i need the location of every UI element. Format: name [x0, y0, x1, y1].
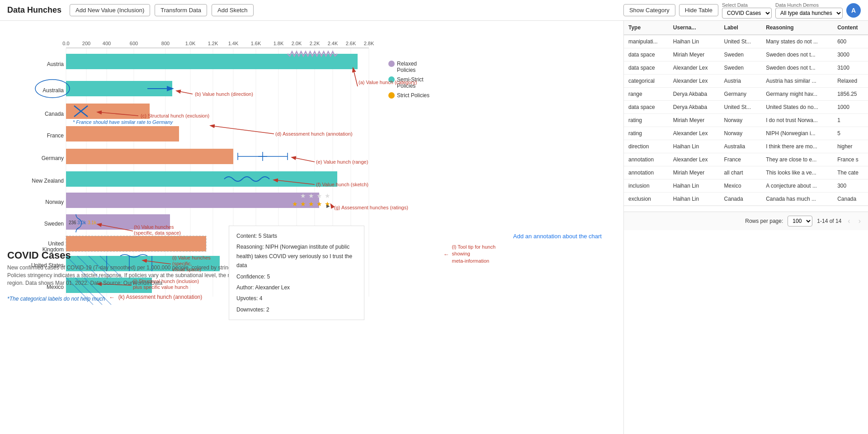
tooltip-content: Content: 5 Starts — [236, 231, 357, 241]
table-row[interactable]: exclusion Haihan Lin Canada Canada has m… — [624, 193, 868, 206]
cell-reasoning: Germany might hav... — [761, 88, 833, 101]
tooltip-upvotes: Upvotes: 4 — [236, 294, 357, 303]
table-area: Type Userna... Label Reasoning Content m… — [624, 21, 868, 434]
transform-button[interactable]: Transform Data — [155, 4, 207, 16]
svg-text:▶: ▶ — [326, 203, 330, 208]
cell-type: direction — [624, 140, 669, 153]
table-row[interactable]: annotation Alexander Lex France They are… — [624, 153, 868, 166]
prev-page-button[interactable]: ‹ — [846, 216, 852, 226]
svg-text:★: ★ — [316, 200, 322, 208]
svg-text:2.8K: 2.8K — [364, 41, 374, 46]
tooltip-box: Content: 5 Starts Reasoning: NIPH (Norwe… — [229, 226, 364, 320]
cell-username: Alexander Lex — [669, 75, 720, 88]
svg-text:2.2K: 2.2K — [310, 41, 320, 46]
col-username: Userna... — [669, 21, 720, 35]
svg-text:(d) Assessment hunch (annotati: (d) Assessment hunch (annotation) — [275, 131, 353, 137]
cell-content: 1000 — [833, 101, 868, 114]
cell-content: 3100 — [833, 61, 868, 75]
cell-label: Norway — [720, 127, 762, 140]
svg-text:(f) Value hunch (sketch): (f) Value hunch (sketch) — [316, 182, 368, 187]
svg-line-98 — [331, 204, 333, 208]
show-category-button[interactable]: Show Category — [623, 4, 675, 16]
cell-username: Haihan Lin — [669, 179, 720, 193]
table-row[interactable]: data space Alexander Lex Sweden Sweden d… — [624, 61, 868, 75]
svg-text:★: ★ — [292, 200, 298, 208]
table-row[interactable]: range Derya Akbaba Germany Germany might… — [624, 88, 868, 101]
svg-text:Norway: Norway — [45, 199, 64, 205]
svg-text:★: ★ — [308, 200, 314, 208]
pagination-info: 1-14 of 14 — [817, 218, 841, 224]
cell-username: Alexander Lex — [669, 153, 720, 166]
cell-content: higher — [833, 140, 868, 153]
tooltip-confidence: Confidence: 5 — [236, 272, 357, 281]
table-row[interactable]: manipulati... Haihan Lin United St... Ma… — [624, 35, 868, 48]
add-value-button[interactable]: Add New Value (Inclusion) — [70, 4, 150, 16]
svg-text:★: ★ — [300, 192, 306, 199]
svg-text:Strict Policies: Strict Policies — [397, 92, 429, 99]
bar-france — [66, 126, 179, 142]
select-data-dropdown[interactable]: COVID Cases — [722, 8, 772, 19]
add-annotation-table-link[interactable] — [624, 206, 868, 212]
cell-reasoning: Sweden does not t... — [761, 48, 833, 61]
cell-reasoning: Many states do not ... — [761, 35, 833, 48]
svg-text:1.8K: 1.8K — [274, 41, 284, 46]
cell-reasoning: Canada has much ... — [761, 193, 833, 206]
hunches-table: Type Userna... Label Reasoning Content m… — [624, 21, 868, 206]
cell-type: categorical — [624, 75, 669, 88]
rows-per-page-select[interactable]: 100 50 25 — [788, 216, 812, 226]
svg-text:3.1k: 3.1k — [88, 220, 97, 225]
svg-text:236: 236 — [69, 220, 76, 225]
demos-dropdown[interactable]: All type data hunches — [775, 8, 843, 19]
cell-username: Derya Akbaba — [669, 88, 720, 101]
cell-type: annotation — [624, 166, 669, 179]
table-row[interactable]: rating Miriah Meyer Norway I do not trus… — [624, 114, 868, 127]
cell-type: rating — [624, 127, 669, 140]
header: Data Hunches Add New Value (Inclusion) T… — [0, 0, 868, 21]
table-row[interactable]: inclusion Haihan Lin Mexico A conjecture… — [624, 179, 868, 193]
cell-content: 600 — [833, 35, 868, 48]
bar-germany — [66, 149, 233, 164]
table-row[interactable]: data space Derya Akbaba United St... Uni… — [624, 101, 868, 114]
svg-text:400: 400 — [103, 41, 111, 46]
cell-type: range — [624, 88, 669, 101]
svg-point-84 — [388, 92, 395, 99]
arrow-k: ← — [109, 294, 115, 301]
select-data-label: Select Data — [722, 2, 772, 8]
table-row[interactable]: rating Alexander Lex Norway NIPH (Norweg… — [624, 127, 868, 140]
demos-group: Data Hunch Demos All type data hunches — [775, 2, 843, 19]
cell-label: Australia — [720, 140, 762, 153]
annotation-bottom-text: *The categorical labels do not help much — [7, 296, 105, 302]
svg-text:★: ★ — [292, 192, 298, 199]
cell-content: Canada — [833, 193, 868, 206]
svg-line-86 — [353, 68, 358, 86]
bar-uk — [66, 236, 206, 251]
cell-content: 1 — [833, 114, 868, 127]
chart-area: 0.0 200 400 600 800 1.0K 1.2K 1.4K 1.6K … — [0, 21, 624, 434]
table-row[interactable]: categorical Alexander Lex Austria Austri… — [624, 75, 868, 88]
svg-text:★: ★ — [308, 192, 314, 199]
table-row[interactable]: data space Miriah Meyer Sweden Sweden do… — [624, 48, 868, 61]
svg-line-94 — [292, 157, 315, 162]
add-sketch-button[interactable]: Add Sketch — [212, 4, 254, 16]
svg-text:Sweden: Sweden — [44, 221, 64, 227]
cell-username: Derya Akbaba — [669, 101, 720, 114]
avatar[interactable]: A — [846, 3, 861, 18]
cell-label: Sweden — [720, 61, 762, 75]
cell-type: exclusion — [624, 193, 669, 206]
demos-label: Data Hunch Demos — [775, 2, 843, 8]
svg-text:2.0K: 2.0K — [292, 41, 302, 46]
cell-reasoning: I think there are mo... — [761, 140, 833, 153]
hide-table-button[interactable]: Hide Table — [679, 4, 718, 16]
svg-text:600: 600 — [130, 41, 138, 46]
app-title: Data Hunches — [7, 5, 61, 15]
svg-text:Policies: Policies — [397, 67, 415, 73]
table-row[interactable]: annotation Miriah Meyer all chart This l… — [624, 166, 868, 179]
next-page-button[interactable]: › — [857, 216, 863, 226]
table-row[interactable]: direction Haihan Lin Australia I think t… — [624, 140, 868, 153]
cell-type: data space — [624, 48, 669, 61]
cell-username: Miriah Meyer — [669, 166, 720, 179]
cell-reasoning: Austria has similar ... — [761, 75, 833, 88]
svg-text:Australia: Australia — [42, 87, 64, 94]
svg-text:(g) Assessment hunches (rating: (g) Assessment hunches (ratings) — [334, 205, 408, 210]
cell-content: 300 — [833, 179, 868, 193]
